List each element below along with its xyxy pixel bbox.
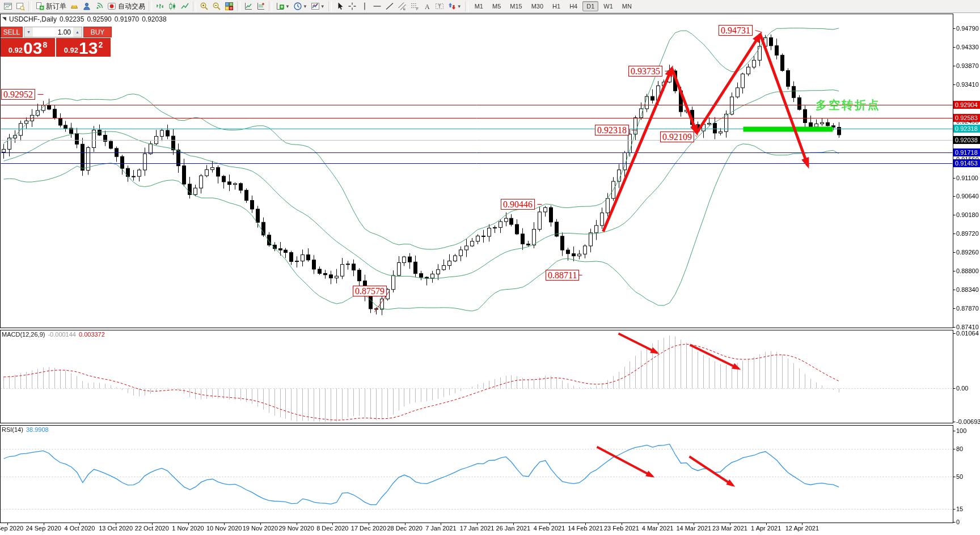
timeframe-button-mn[interactable]: MN <box>618 1 636 11</box>
toolbar-separator <box>193 1 196 11</box>
timeframe-button-d1[interactable]: D1 <box>582 1 598 11</box>
chart-window-icon <box>3 2 12 11</box>
vline-icon <box>360 2 369 11</box>
template-button[interactable]: ▼ <box>309 0 327 12</box>
autotrade-button-label: 自动交易 <box>118 2 145 11</box>
mt4-terminal: 新订单自动交易▼▼▼EFAT▼M1M5M15M30H1H4D1W1MN 1 ◥ … <box>0 0 980 535</box>
market-watch-button[interactable] <box>81 0 93 12</box>
sell-price-pip: 8 <box>43 40 47 49</box>
signals-button[interactable] <box>93 0 105 12</box>
price-callout-0.87579[interactable]: 0.87579 <box>353 286 387 296</box>
vline-button[interactable] <box>358 0 371 12</box>
zoom-out-icon <box>212 2 221 11</box>
gold-button[interactable] <box>68 0 81 12</box>
indicator-window2-button[interactable] <box>255 0 267 12</box>
chart-window-button[interactable] <box>2 0 14 12</box>
volume-input[interactable] <box>33 27 73 37</box>
trendline-icon <box>385 2 394 11</box>
buy-price-main: 13 <box>79 40 98 56</box>
sell-price-panel[interactable]: 0.92 03 8 <box>1 38 55 57</box>
period-button[interactable]: ▼ <box>292 0 309 12</box>
tile-windows-icon <box>225 2 234 11</box>
date-tick-label: 8 Dec 2020 <box>316 525 348 532</box>
price-callout-0.93735[interactable]: 0.93735 <box>628 66 662 77</box>
rsi-tick-label: 15 <box>956 506 980 512</box>
buy-price-pip: 2 <box>98 40 103 49</box>
label-button[interactable]: T <box>433 0 446 12</box>
buy-price-panel[interactable]: 0.92 13 2 <box>56 38 111 57</box>
timeframe-button-m30[interactable]: M30 <box>527 1 547 11</box>
price-tick-label: 0.94790 <box>956 25 980 32</box>
timeframe-button-m1[interactable]: M1 <box>471 1 487 11</box>
shapes-icon <box>447 2 457 11</box>
price-tick-label: 0.89260 <box>956 249 980 256</box>
date-tick-label: 24 Sep 2020 <box>26 525 61 532</box>
timeframe-button-m5[interactable]: M5 <box>488 1 505 11</box>
price-callout-0.90446[interactable]: 0.90446 <box>501 199 535 210</box>
cursor-button[interactable] <box>333 0 346 12</box>
date-tick-label: 26 Jan 2021 <box>496 525 531 532</box>
rsi-tick-label: 80 <box>956 445 980 452</box>
signals-icon <box>95 2 104 11</box>
trendline-button[interactable] <box>383 0 396 12</box>
timeframe-button-w1[interactable]: W1 <box>599 1 617 11</box>
sell-button[interactable]: SELL <box>1 27 23 37</box>
text-button[interactable]: A <box>421 0 433 12</box>
price-chart-canvas[interactable] <box>0 0 980 535</box>
close-value: 0.92038 <box>142 15 166 23</box>
macd-name: MACD(12,26,9) <box>2 331 45 338</box>
zoom-in-button[interactable] <box>198 0 210 12</box>
timeframe-button-m15[interactable]: M15 <box>506 1 526 11</box>
volume-decrease-button[interactable]: ▼ <box>24 27 33 37</box>
new-order-button[interactable]: 新订单 <box>33 0 68 12</box>
tile-windows-button[interactable] <box>223 0 235 12</box>
cursor-icon <box>335 2 344 11</box>
date-tick-label: 19 Nov 2020 <box>243 525 278 532</box>
chart-marker-icon: ◥ <box>2 16 6 22</box>
indicator-window-button[interactable] <box>242 0 255 12</box>
date-tick-label: 29 Nov 2020 <box>278 525 314 532</box>
chart-preview-button[interactable] <box>14 0 27 12</box>
price-callout-0.88711[interactable]: 0.88711 <box>546 270 579 281</box>
turning-point-note[interactable]: 多空转折点 <box>816 97 881 113</box>
market-watch-icon <box>82 2 91 11</box>
main-toolbar: 新订单自动交易▼▼▼EFAT▼M1M5M15M30H1H4D1W1MN <box>0 0 980 13</box>
toolbar-separator <box>237 1 240 11</box>
macd-signal-value: 0.003372 <box>79 331 105 338</box>
price-badge-0.92318: 0.92318 <box>953 125 980 133</box>
date-tick-label: 10 Nov 2020 <box>206 525 242 532</box>
add-indicator-button[interactable]: ▼ <box>274 0 292 12</box>
fibonacci-button[interactable]: F <box>408 0 421 12</box>
indicator-window2-icon <box>256 2 265 11</box>
chevron-down-icon: ▼ <box>285 4 290 9</box>
timeframe-button-h1[interactable]: H1 <box>548 1 564 11</box>
high-value: 0.92590 <box>87 15 111 23</box>
volume-increase-button[interactable]: ▲ <box>73 27 82 37</box>
chevron-down-icon: ▼ <box>457 4 462 9</box>
price-badge-0.92904: 0.92904 <box>953 101 980 109</box>
buy-button[interactable]: BUY <box>83 27 112 37</box>
shapes-button[interactable]: ▼ <box>446 0 463 12</box>
price-callout-0.92318[interactable]: 0.92318 <box>595 125 629 135</box>
crosshair-button[interactable] <box>346 0 358 12</box>
price-callout-0.92109[interactable]: 0.92109 <box>660 131 694 142</box>
candlestick-button[interactable] <box>166 0 179 12</box>
macd-label: MACD(12,26,9)-0.0001440.003372 <box>2 331 105 338</box>
timeframe-button-h4[interactable]: H4 <box>565 1 581 11</box>
price-tick-label: 0.94330 <box>956 44 980 50</box>
chart-title: USDCHF-,Daily0.922350.925900.919700.9203… <box>9 15 170 23</box>
price-callout-0.92952[interactable]: 0.92952 <box>1 89 35 100</box>
toolbar-separator <box>328 1 332 11</box>
price-tick-label: 0.93410 <box>956 81 980 88</box>
zoom-out-button[interactable] <box>210 0 223 12</box>
date-tick-label: 1 Nov 2020 <box>172 525 204 532</box>
bar-chart-button[interactable] <box>154 0 166 12</box>
new-order-button-label: 新订单 <box>46 2 66 11</box>
price-callout-0.94731[interactable]: 0.94731 <box>719 25 753 36</box>
channel-button[interactable]: E <box>396 0 408 12</box>
line-chart-button[interactable] <box>179 0 191 12</box>
autotrade-button[interactable]: 自动交易 <box>105 0 147 12</box>
label-icon: T <box>435 2 444 11</box>
hline-button[interactable] <box>371 0 383 12</box>
crosshair-icon <box>348 2 357 11</box>
